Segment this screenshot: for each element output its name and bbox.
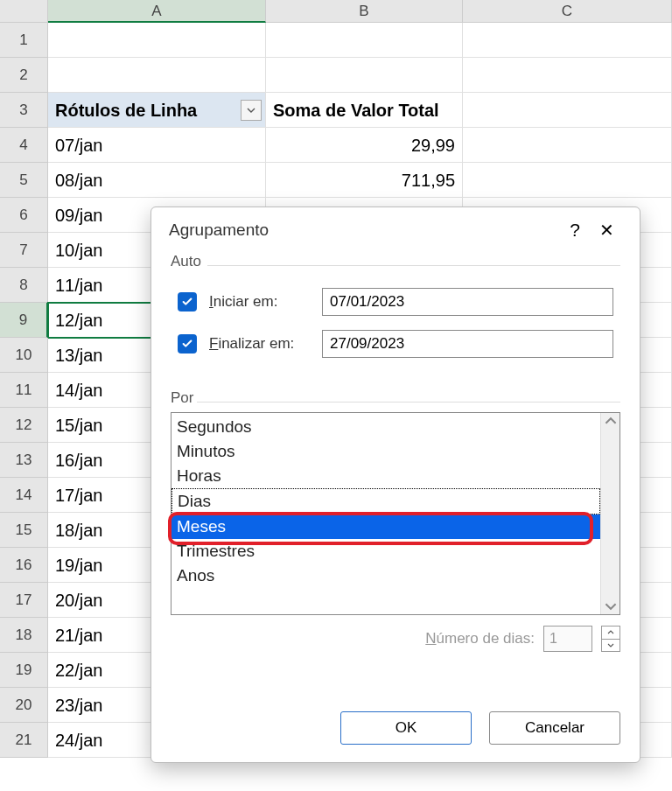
number-of-days-row: Número de dias: [171, 615, 620, 659]
row-header[interactable]: 21 [0, 723, 48, 758]
end-date-input[interactable] [322, 330, 613, 358]
row-header[interactable]: 20 [0, 688, 48, 723]
check-icon [181, 296, 193, 308]
number-of-days-spinner[interactable] [601, 626, 620, 652]
row-header[interactable]: 12 [0, 408, 48, 443]
end-checkbox[interactable] [178, 334, 197, 354]
chevron-down-icon [247, 108, 256, 113]
auto-legend: Auto [171, 253, 620, 276]
row-header[interactable]: 1 [0, 23, 48, 58]
start-date-input[interactable] [322, 288, 613, 316]
scroll-down-icon[interactable] [605, 602, 617, 611]
row-header[interactable]: 17 [0, 583, 48, 618]
list-item[interactable]: Segundos [172, 415, 600, 439]
list-item[interactable]: Minutos [172, 439, 600, 464]
cell[interactable] [48, 58, 266, 93]
col-header-b[interactable]: B [266, 0, 463, 23]
start-checkbox[interactable] [178, 292, 197, 312]
start-row: Iniciar em: [178, 288, 613, 316]
row-header[interactable]: 14 [0, 478, 48, 513]
auto-fieldset: Auto Iniciar em: Finalizar em: [171, 253, 620, 379]
dialog-buttons: OK Cancelar [151, 703, 640, 762]
row-header[interactable]: 5 [0, 163, 48, 198]
row-header[interactable]: 7 [0, 233, 48, 268]
listbox-scrollbar[interactable] [600, 413, 620, 614]
list-item[interactable]: Anos [172, 564, 600, 588]
list-item[interactable]: Meses [172, 514, 600, 539]
row-header[interactable]: 6 [0, 198, 48, 233]
cell[interactable] [463, 128, 672, 163]
table-row: 2 [0, 58, 672, 93]
help-button[interactable]: ? [559, 220, 591, 241]
end-label: Finalizar em: [209, 335, 310, 353]
group-by-listbox[interactable]: SegundosMinutosHorasDiasMesesTrimestresA… [171, 412, 620, 615]
spin-up-button[interactable] [602, 626, 620, 639]
row-header[interactable]: 9 [0, 303, 48, 338]
cell[interactable] [266, 23, 463, 58]
number-of-days-input [543, 626, 592, 652]
check-icon [181, 338, 193, 350]
number-of-days-label: Número de dias: [425, 630, 535, 648]
cancel-button[interactable]: Cancelar [489, 711, 620, 745]
row-header[interactable]: 15 [0, 513, 48, 548]
row-header[interactable]: 11 [0, 373, 48, 408]
cell[interactable]: 07/jan [48, 128, 266, 163]
column-headers: A B C [0, 0, 672, 23]
dialog-titlebar: Agrupamento ? ✕ [151, 207, 640, 248]
cell[interactable] [463, 58, 672, 93]
table-row: 407/jan29,99 [0, 128, 672, 163]
list-item[interactable]: Dias [172, 488, 600, 514]
row-header[interactable]: 13 [0, 443, 48, 478]
grouping-dialog: Agrupamento ? ✕ Auto Iniciar em: Final [150, 206, 640, 763]
row-header[interactable]: 4 [0, 128, 48, 163]
por-fieldset: Por SegundosMinutosHorasDiasMesesTrimest… [171, 389, 620, 659]
row-header[interactable]: 3 [0, 93, 48, 128]
list-item[interactable]: Trimestres [172, 539, 600, 564]
chevron-up-icon [607, 630, 614, 634]
table-row: 3Rótulos de LinhaSoma de Valor Total [0, 93, 672, 128]
end-row: Finalizar em: [178, 330, 613, 358]
dialog-title: Agrupamento [169, 220, 559, 240]
pivot-value-header[interactable]: Soma de Valor Total [266, 93, 463, 128]
pivot-row-label-header[interactable]: Rótulos de Linha [48, 93, 266, 128]
ok-button[interactable]: OK [340, 711, 472, 745]
spin-down-button[interactable] [602, 639, 620, 652]
cell[interactable]: 08/jan [48, 163, 266, 198]
select-all-corner[interactable] [0, 0, 48, 23]
table-row: 1 [0, 23, 672, 58]
row-header[interactable]: 10 [0, 338, 48, 373]
cell[interactable] [266, 58, 463, 93]
col-header-c[interactable]: C [463, 0, 672, 23]
cell[interactable]: 29,99 [266, 128, 463, 163]
chevron-down-icon [607, 643, 614, 648]
cell[interactable] [463, 93, 672, 128]
scroll-up-icon[interactable] [605, 416, 617, 425]
cell[interactable] [463, 23, 672, 58]
row-header[interactable]: 19 [0, 653, 48, 688]
cell[interactable] [463, 163, 672, 198]
close-button[interactable]: ✕ [591, 220, 622, 241]
row-header[interactable]: 18 [0, 618, 48, 653]
row-header[interactable]: 2 [0, 58, 48, 93]
col-header-a[interactable]: A [48, 0, 266, 23]
dialog-body: Auto Iniciar em: Finalizar em: [151, 248, 640, 703]
filter-dropdown-button[interactable] [241, 100, 262, 121]
row-header[interactable]: 16 [0, 548, 48, 583]
cell[interactable]: 711,95 [266, 163, 463, 198]
por-legend: Por [171, 389, 620, 412]
table-row: 508/jan711,95 [0, 163, 672, 198]
list-item[interactable]: Horas [172, 464, 600, 488]
cell[interactable] [48, 23, 266, 58]
start-label: Iniciar em: [209, 293, 310, 311]
row-header[interactable]: 8 [0, 268, 48, 303]
